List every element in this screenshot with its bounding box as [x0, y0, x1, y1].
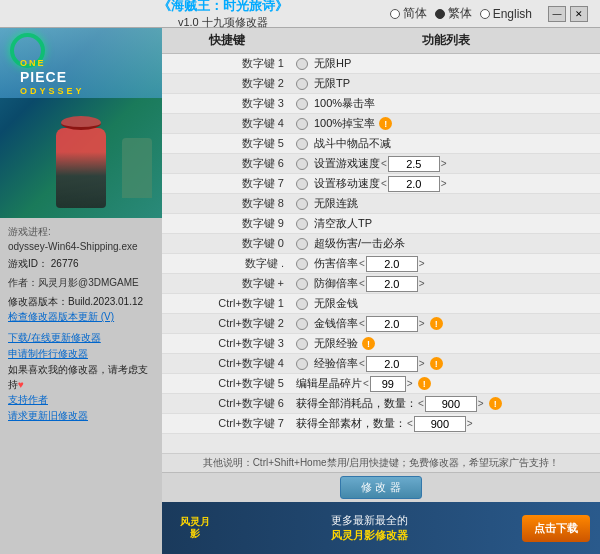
func-cell: 清空敌人TP: [292, 216, 600, 231]
decrease-btn[interactable]: <: [363, 378, 369, 389]
increase-btn[interactable]: >: [419, 358, 425, 369]
increase-btn[interactable]: >: [419, 258, 425, 269]
toggle-circle[interactable]: [296, 318, 308, 330]
table-row: 数字键 9清空敌人TP: [162, 214, 600, 234]
window-controls: — ✕: [548, 6, 588, 22]
exe-name: odyssey-Win64-Shipping.exe: [8, 239, 154, 254]
info-icon[interactable]: !: [430, 357, 443, 370]
title-text: 《海贼王：时光旅诗》 v1.0 十九项修改器: [56, 0, 390, 30]
toggle-circle[interactable]: [296, 138, 308, 150]
key-cell: 数字键 5: [162, 136, 292, 151]
lang-simplified-radio[interactable]: [390, 9, 400, 19]
value-input[interactable]: [414, 416, 466, 432]
lang-traditional[interactable]: 繁体: [435, 5, 472, 22]
increase-btn[interactable]: >: [441, 178, 447, 189]
table-row: Ctrl+数字键 6获得全部消耗品，数量： < >!: [162, 394, 600, 414]
toggle-circle[interactable]: [296, 198, 308, 210]
straw-hat: [61, 116, 101, 130]
value-input[interactable]: [370, 376, 406, 392]
value-input[interactable]: [425, 396, 477, 412]
info-icon[interactable]: !: [418, 377, 431, 390]
increase-btn[interactable]: >: [419, 318, 425, 329]
decrease-btn[interactable]: <: [381, 158, 387, 169]
decrease-btn[interactable]: <: [407, 418, 413, 429]
decrease-btn[interactable]: <: [418, 398, 424, 409]
toggle-circle[interactable]: [296, 78, 308, 90]
toggle-circle[interactable]: [296, 98, 308, 110]
ad-download-button[interactable]: 点击下载: [522, 515, 590, 542]
game-id-label: 游戏ID：: [8, 258, 48, 269]
decrease-btn[interactable]: <: [359, 258, 365, 269]
func-cell: 设置移动速度 < >: [292, 176, 600, 192]
toggle-circle[interactable]: [296, 178, 308, 190]
ad-text: 更多最新最全的 风灵月影修改器: [217, 513, 522, 544]
increase-btn[interactable]: >: [419, 278, 425, 289]
decrease-btn[interactable]: <: [359, 278, 365, 289]
info-icon[interactable]: !: [430, 317, 443, 330]
value-input[interactable]: [366, 356, 418, 372]
key-cell: 数字键 4: [162, 116, 292, 131]
logo-one: ONE: [20, 58, 85, 69]
process-label: 游戏进程:: [8, 224, 154, 239]
lang-english-label: English: [493, 7, 532, 21]
info-icon[interactable]: !: [362, 337, 375, 350]
request-link[interactable]: 申请制作行修改器: [8, 346, 154, 362]
lang-traditional-radio[interactable]: [435, 9, 445, 19]
right-panel: 快捷键 功能列表 数字键 1无限HP数字键 2无限TP数字键 3100%暴击率数…: [162, 28, 600, 554]
table-row: 数字键 6设置游戏速度 < >: [162, 154, 600, 174]
character-figure: [56, 128, 106, 208]
value-input[interactable]: [366, 316, 418, 332]
increase-btn[interactable]: >: [478, 398, 484, 409]
request-update-link[interactable]: 请求更新旧修改器: [8, 408, 154, 424]
close-button[interactable]: ✕: [570, 6, 588, 22]
download-link[interactable]: 下载/在线更新修改器: [8, 330, 154, 346]
key-cell: 数字键 .: [162, 256, 292, 271]
func-cell: 金钱倍率 < >!: [292, 316, 600, 332]
left-panel: ONE PIECE ODYSSEY 游戏进程: odyssey-Win64-Sh…: [0, 28, 162, 554]
lang-simplified-label: 简体: [403, 5, 427, 22]
func-cell: 编辑星晶碎片 < >!: [292, 376, 600, 392]
value-input[interactable]: [388, 176, 440, 192]
ad-line1: 更多最新最全的: [217, 513, 522, 528]
col-header-func: 功能列表: [292, 32, 600, 49]
decrease-btn[interactable]: <: [359, 318, 365, 329]
support-author-link[interactable]: 支持作者: [8, 392, 154, 408]
info-icon[interactable]: !: [489, 397, 502, 410]
toggle-circle[interactable]: [296, 258, 308, 270]
table-row: 数字键 +防御倍率 < >: [162, 274, 600, 294]
toggle-circle[interactable]: [296, 238, 308, 250]
trainer-button[interactable]: 修 改 器: [340, 476, 421, 499]
toggle-circle[interactable]: [296, 298, 308, 310]
table-row: 数字键 4100%掉宝率!: [162, 114, 600, 134]
ad-banner: 风灵月影 更多最新最全的 风灵月影修改器 点击下载: [162, 502, 600, 554]
minimize-button[interactable]: —: [548, 6, 566, 22]
title-bar: 《海贼王：时光旅诗》 v1.0 十九项修改器 简体 繁体 English — ✕: [0, 0, 600, 28]
toggle-circle[interactable]: [296, 278, 308, 290]
links-area: 下载/在线更新修改器 申请制作行修改器 如果喜欢我的修改器，请考虑支持♥ 支持作…: [8, 330, 154, 424]
lang-english-radio[interactable]: [480, 9, 490, 19]
toggle-circle[interactable]: [296, 218, 308, 230]
toggle-circle[interactable]: [296, 158, 308, 170]
increase-btn[interactable]: >: [407, 378, 413, 389]
build-version: 修改器版本：Build.2023.01.12: [8, 294, 154, 309]
value-input[interactable]: [388, 156, 440, 172]
lang-english[interactable]: English: [480, 7, 532, 21]
bottom-note: 其他说明：Ctrl+Shift+Home禁用/启用快捷键；免费修改器，希望玩家广…: [162, 453, 600, 472]
value-input[interactable]: [366, 256, 418, 272]
ad-logo-text: 风灵月影: [172, 516, 217, 540]
toggle-circle[interactable]: [296, 58, 308, 70]
increase-btn[interactable]: >: [467, 418, 473, 429]
info-icon[interactable]: !: [379, 117, 392, 130]
func-text: 编辑星晶碎片: [296, 376, 362, 391]
toggle-circle[interactable]: [296, 118, 308, 130]
toggle-circle[interactable]: [296, 358, 308, 370]
value-input[interactable]: [366, 276, 418, 292]
decrease-btn[interactable]: <: [359, 358, 365, 369]
increase-btn[interactable]: >: [441, 158, 447, 169]
toggle-circle[interactable]: [296, 338, 308, 350]
check-update-link[interactable]: 检查修改器版本更新 (V): [8, 311, 114, 322]
func-cell: 设置游戏速度 < >: [292, 156, 600, 172]
app-title: 《海贼王：时光旅诗》: [158, 0, 288, 15]
decrease-btn[interactable]: <: [381, 178, 387, 189]
lang-simplified[interactable]: 简体: [390, 5, 427, 22]
